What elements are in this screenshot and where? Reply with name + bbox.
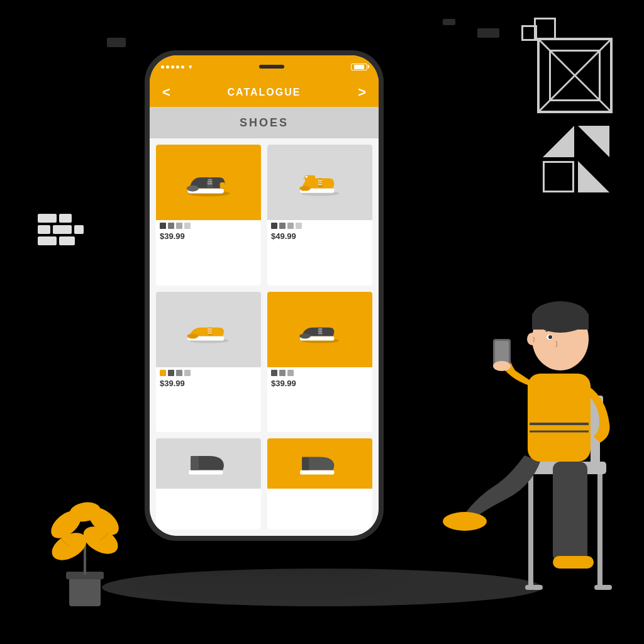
swatch — [279, 370, 286, 376]
svg-marker-4 — [578, 161, 609, 192]
swatch — [279, 223, 286, 229]
swatch — [160, 370, 166, 376]
shoe-icon-1 — [184, 167, 234, 198]
back-button[interactable]: < — [162, 84, 170, 101]
deco-frame-4 — [578, 161, 609, 192]
status-bar: ▾ — [150, 55, 379, 78]
product-card-2[interactable]: $49.99 — [267, 145, 372, 286]
svg-rect-11 — [219, 182, 225, 189]
svg-rect-62 — [495, 341, 509, 364]
svg-rect-58 — [528, 374, 591, 462]
phone-mockup: ▾ < CATALOGUE > SHOES — [145, 50, 384, 541]
shoe-icon-3 — [184, 314, 234, 345]
product-price-1: $39.99 — [156, 230, 261, 245]
shoe-icon-2 — [295, 167, 345, 198]
nav-title: CATALOGUE — [228, 87, 301, 98]
signal-dots: ▾ — [161, 63, 192, 71]
deco-small-sq-2 — [521, 25, 537, 41]
deco-bricks — [38, 214, 84, 248]
deco-rect-2 — [477, 28, 499, 38]
swatch — [287, 223, 294, 229]
deco-rect-1 — [107, 38, 126, 47]
product-card-3[interactable]: $39.99 — [156, 292, 261, 433]
swatch — [271, 223, 277, 229]
svg-rect-37 — [69, 575, 101, 606]
product-card-6[interactable] — [267, 438, 372, 530]
wifi-icon: ▾ — [189, 63, 192, 71]
product-card-1[interactable]: $39.99 — [156, 145, 261, 286]
product-image-6 — [267, 438, 372, 489]
color-swatches-1 — [156, 220, 261, 230]
svg-point-19 — [305, 176, 307, 178]
swatch — [176, 223, 182, 229]
person — [405, 235, 631, 613]
swatch — [168, 223, 174, 229]
product-price-4: $39.99 — [267, 377, 372, 392]
svg-point-63 — [493, 361, 511, 371]
svg-marker-3 — [578, 126, 609, 157]
svg-rect-57 — [553, 556, 594, 569]
svg-rect-33 — [189, 470, 223, 475]
svg-point-23 — [187, 333, 198, 338]
swatch — [160, 223, 166, 229]
product-price-2: $49.99 — [267, 230, 372, 245]
swatch — [296, 223, 302, 229]
swatch — [184, 370, 191, 376]
swatch — [168, 370, 174, 376]
forward-button[interactable]: > — [358, 84, 366, 101]
svg-point-14 — [299, 186, 311, 191]
nav-bar: < CATALOGUE > — [150, 78, 379, 107]
dot-1 — [161, 65, 164, 69]
svg-rect-56 — [446, 515, 484, 524]
shoe-icon-4 — [295, 314, 345, 345]
deco-small-sq-1 — [534, 18, 556, 40]
category-title: SHOES — [240, 116, 289, 130]
deco-frame-2 — [578, 126, 609, 157]
dot-4 — [176, 65, 179, 69]
category-header: SHOES — [150, 107, 379, 138]
deco-frame-3 — [543, 161, 574, 192]
product-price-3: $39.99 — [156, 377, 261, 392]
swatch — [184, 223, 191, 229]
svg-line-20 — [304, 177, 305, 179]
svg-rect-36 — [302, 457, 309, 470]
svg-point-67 — [527, 333, 537, 345]
svg-point-7 — [186, 186, 198, 192]
wall-frame-large — [537, 38, 613, 113]
shoe-icon-5 — [184, 448, 234, 479]
dot-3 — [171, 65, 174, 69]
product-image-2 — [267, 145, 372, 220]
dot-5 — [181, 65, 184, 69]
deco-frame-1 — [543, 126, 574, 157]
product-grid: $39.99 — [150, 138, 379, 536]
dot-2 — [166, 65, 169, 69]
shoe-icon-6 — [295, 448, 345, 479]
svg-rect-54 — [553, 462, 587, 562]
svg-marker-2 — [543, 126, 574, 157]
deco-frames — [543, 126, 609, 192]
product-image-1 — [156, 145, 261, 220]
svg-rect-34 — [191, 456, 199, 470]
product-image-5 — [156, 438, 261, 489]
product-image-3 — [156, 292, 261, 367]
color-swatches-2 — [267, 220, 372, 230]
svg-rect-66 — [532, 314, 589, 330]
battery-icon — [351, 64, 367, 70]
swatch — [287, 370, 294, 376]
product-card-5[interactable] — [156, 438, 261, 530]
product-card-4[interactable]: $39.99 — [267, 292, 372, 433]
phone-notch — [259, 65, 284, 69]
deco-rect-3 — [443, 19, 455, 25]
swatch — [271, 370, 277, 376]
color-swatches-4 — [267, 367, 372, 377]
svg-point-69 — [548, 335, 552, 339]
svg-rect-35 — [300, 470, 334, 475]
svg-point-29 — [299, 333, 311, 338]
phone-screen: ▾ < CATALOGUE > SHOES — [150, 55, 379, 536]
color-swatches-3 — [156, 367, 261, 377]
swatch — [176, 370, 182, 376]
plant — [35, 471, 135, 609]
product-image-4 — [267, 292, 372, 367]
